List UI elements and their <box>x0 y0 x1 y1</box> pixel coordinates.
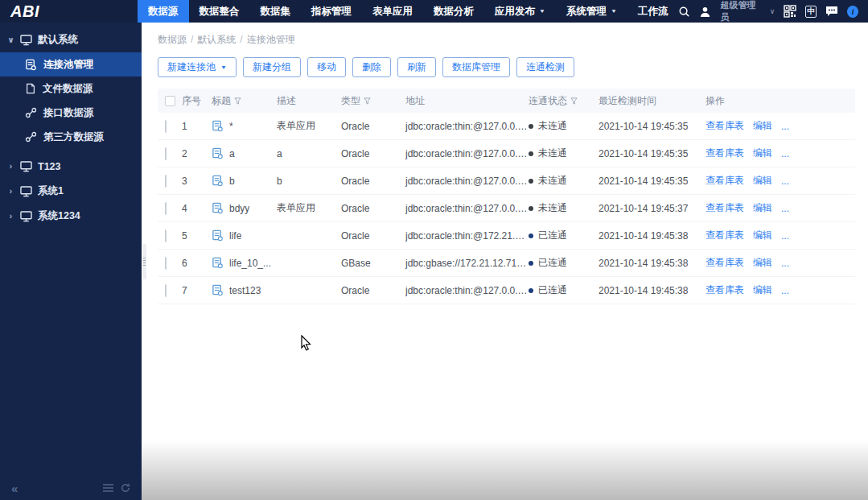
collapse-sidebar-icon[interactable]: « <box>11 481 16 495</box>
row-checkbox[interactable] <box>165 257 167 270</box>
edit-link[interactable]: 编辑 <box>753 229 772 242</box>
edit-link[interactable]: 编辑 <box>753 147 772 160</box>
chevron-collapsed-icon[interactable]: › <box>7 187 14 196</box>
message-icon[interactable] <box>825 6 838 18</box>
sidebar-item-file-datasource[interactable]: 文件数据源 <box>0 76 142 101</box>
more-actions-link[interactable]: ... <box>781 148 789 159</box>
breadcrumb-item[interactable]: 默认系统 <box>197 34 236 45</box>
sidebar-item-thirdparty-datasource[interactable]: 第三方数据源 <box>0 125 142 149</box>
row-checkbox[interactable] <box>165 229 167 242</box>
view-tables-link[interactable]: 查看库表 <box>706 201 744 215</box>
sidebar-item-api-datasource[interactable]: 接口数据源 <box>0 101 142 125</box>
view-tables-link[interactable]: 查看库表 <box>706 229 744 242</box>
row-no: 4 <box>182 203 212 214</box>
more-actions-link[interactable]: ... <box>781 203 789 214</box>
nav-tab-dataset[interactable]: 数据集 <box>250 0 302 23</box>
edit-link[interactable]: 编辑 <box>753 119 772 133</box>
nav-tab-system-mgmt[interactable]: 系统管理▼ <box>556 0 627 23</box>
sidebar-item-label: 系统1 <box>38 184 64 198</box>
menu-icon[interactable] <box>103 484 113 492</box>
button-label: 新建连接池 <box>167 60 216 74</box>
chevron-expanded-icon[interactable]: ∨ <box>7 35 14 44</box>
search-icon[interactable] <box>678 6 690 18</box>
row-addr: jdbc:oracle:thin:@127.0.0.1:1... <box>405 285 529 296</box>
view-tables-link[interactable]: 查看库表 <box>706 119 744 133</box>
view-tables-link[interactable]: 查看库表 <box>706 147 744 160</box>
row-title[interactable]: * <box>229 121 233 132</box>
row-title[interactable]: b <box>229 176 235 187</box>
language-icon[interactable]: 中 <box>805 6 817 18</box>
select-all-checkbox[interactable] <box>165 96 175 106</box>
panel-resize-handle[interactable] <box>142 244 146 279</box>
more-actions-link[interactable]: ... <box>781 258 789 269</box>
toolbar-button[interactable]: 连通检测 <box>516 57 574 77</box>
username-label[interactable]: 超级管理员 <box>720 0 760 23</box>
sidebar-footer: « <box>0 476 142 500</box>
more-actions-link[interactable]: ... <box>781 176 789 187</box>
nav-tab-data-analysis[interactable]: 数据分析 <box>423 0 484 23</box>
nav-tab-label: 系统管理 <box>566 5 607 19</box>
toolbar-button[interactable]: 新建分组 <box>243 57 301 77</box>
nav-tab-data-integration[interactable]: 数据整合 <box>189 0 250 23</box>
nav-tab-metrics[interactable]: 指标管理 <box>301 0 362 23</box>
more-actions-link[interactable]: ... <box>781 285 789 296</box>
button-label: 数据库管理 <box>452 60 500 74</box>
status-label: 已连通 <box>538 256 567 270</box>
row-no: 1 <box>182 121 212 132</box>
toolbar-button[interactable]: 移动 <box>307 57 346 77</box>
button-label: 新建分组 <box>253 60 291 74</box>
edit-link[interactable]: 编辑 <box>753 256 772 270</box>
qr-code-icon[interactable] <box>784 5 796 18</box>
filter-icon[interactable] <box>570 97 578 105</box>
row-checkbox[interactable] <box>165 284 167 297</box>
sidebar-item-t123[interactable]: › T123 <box>0 154 142 179</box>
filter-icon[interactable] <box>234 97 241 105</box>
sidebar-item-system1[interactable]: › 系统1 <box>0 179 142 204</box>
row-title[interactable]: bdyy <box>229 203 249 214</box>
chevron-collapsed-icon[interactable]: › <box>7 162 14 171</box>
row-no: 7 <box>182 285 212 296</box>
row-no: 6 <box>182 258 212 269</box>
info-icon[interactable]: i <box>847 6 858 18</box>
view-tables-link[interactable]: 查看库表 <box>706 256 744 270</box>
sidebar-item-label: 接口数据源 <box>43 106 94 120</box>
view-tables-link[interactable]: 查看库表 <box>706 283 744 297</box>
filter-icon[interactable] <box>364 97 371 105</box>
view-tables-link[interactable]: 查看库表 <box>706 174 744 188</box>
more-actions-link[interactable]: ... <box>781 121 789 132</box>
breadcrumb-item[interactable]: 数据源 <box>158 34 187 45</box>
row-title[interactable]: life_10_... <box>229 258 271 269</box>
sidebar-item-label: 连接池管理 <box>43 58 94 72</box>
status-dot <box>529 124 533 129</box>
row-type: Oracle <box>341 121 405 132</box>
button-label: 删除 <box>362 60 381 74</box>
user-icon[interactable] <box>699 6 711 18</box>
edit-link[interactable]: 编辑 <box>753 201 772 215</box>
sidebar-item-default-system[interactable]: ∨ 默认系统 <box>0 27 142 52</box>
row-title[interactable]: life <box>229 230 241 242</box>
edit-link[interactable]: 编辑 <box>753 174 772 188</box>
nav-tab-datasource[interactable]: 数据源 <box>138 0 189 23</box>
status-dot <box>529 233 533 238</box>
toolbar-button[interactable]: 刷新 <box>397 57 436 77</box>
row-checkbox[interactable] <box>165 120 167 133</box>
chevron-down-icon[interactable]: ∨ <box>770 7 775 15</box>
refresh-icon[interactable] <box>121 483 130 493</box>
row-checkbox[interactable] <box>165 175 167 188</box>
row-checkbox[interactable] <box>165 202 167 215</box>
toolbar-button[interactable]: 数据库管理 <box>442 57 510 77</box>
nav-tab-forms[interactable]: 表单应用 <box>362 0 423 23</box>
chevron-collapsed-icon[interactable]: › <box>7 212 14 221</box>
toolbar-button[interactable]: 删除 <box>352 57 391 77</box>
row-title[interactable]: a <box>229 148 235 159</box>
row-title[interactable]: test123 <box>229 285 261 296</box>
nav-tab-app-publish[interactable]: 应用发布▼ <box>484 0 556 23</box>
nav-tab-workflow[interactable]: 工作流 <box>627 0 679 23</box>
sidebar-item-system1234[interactable]: › 系统1234 <box>0 204 142 229</box>
new-connection-pool-button[interactable]: 新建连接池 ▼ <box>158 57 237 77</box>
sidebar-item-connection-pool[interactable]: 连接池管理 <box>0 52 142 76</box>
edit-link[interactable]: 编辑 <box>753 283 772 297</box>
sidebar: ∨ 默认系统 连接池管理 文件数据源 接口数据源 <box>0 23 142 500</box>
more-actions-link[interactable]: ... <box>781 230 789 242</box>
row-checkbox[interactable] <box>165 147 167 160</box>
